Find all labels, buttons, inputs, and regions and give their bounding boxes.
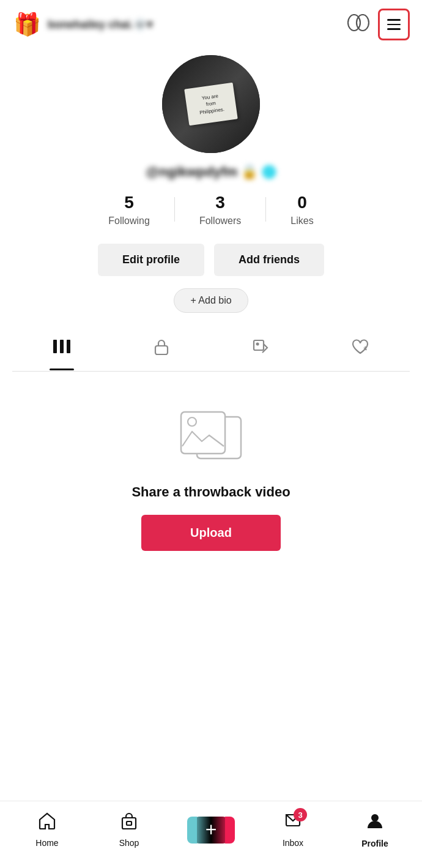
header-left: 🎁 bonehailey chai.💀▾ [12,10,152,39]
inbox-wrapper: 3 [284,812,302,834]
following-stat[interactable]: 5 Following [84,192,174,226]
tabs-row [12,327,410,372]
following-count: 5 [124,192,134,213]
plus-icon: + [205,818,217,841]
coins-icon[interactable] [347,14,369,36]
tab-grid[interactable] [12,329,112,370]
svg-rect-5 [155,346,168,354]
menu-line-3 [387,28,401,30]
svg-rect-11 [122,818,136,829]
following-label: Following [108,215,150,226]
shop-label: Shop [119,838,139,848]
display-name-text: @ngikwpdyfm 🔒 [146,164,258,180]
display-name: @ngikwpdyfm 🔒 ✓ [146,164,276,180]
menu-button[interactable] [378,9,410,40]
header-username-text: bonehailey chai.💀▾ [48,18,152,31]
svg-rect-12 [127,821,131,825]
inbox-badge: 3 [294,808,307,821]
note-paper: You arefromPhilippines. [184,83,238,126]
lock-icon [154,339,169,360]
header: 🎁 bonehailey chai.💀▾ [0,0,422,49]
upload-button[interactable]: Upload [141,515,281,551]
followers-label: Followers [199,215,241,226]
verified-icon: ✓ [262,165,276,179]
tab-liked[interactable] [311,328,410,370]
add-friends-button[interactable]: Add friends [214,244,324,276]
svg-point-7 [257,343,259,345]
home-icon [38,812,56,834]
svg-rect-3 [60,340,64,353]
nav-create[interactable]: + [170,817,252,844]
inbox-label: Inbox [283,838,303,848]
avatar-inner: You arefromPhilippines. [162,55,260,153]
profile-label: Profile [361,839,388,848]
add-bio-button[interactable]: + Add bio [174,288,248,313]
tab-tagged[interactable] [211,328,311,370]
note-text: You arefromPhilippines. [197,92,224,116]
nav-home[interactable]: Home [6,812,88,848]
content-area: Share a throwback video Upload [0,372,422,588]
home-label: Home [35,838,58,848]
bottom-nav: Home Shop + 3 Inbox [0,801,422,868]
tab-private[interactable] [112,327,212,371]
followers-count: 3 [215,192,225,213]
svg-rect-6 [254,340,264,350]
nav-inbox[interactable]: 3 Inbox [252,812,334,848]
edit-profile-button[interactable]: Edit profile [98,244,204,276]
heart-icon [352,339,369,359]
profile-icon [365,811,385,835]
menu-line-1 [387,19,401,21]
action-buttons: Edit profile Add friends [12,244,410,276]
create-button[interactable]: + [192,817,230,844]
avatar[interactable]: You arefromPhilippines. [162,55,260,153]
svg-rect-2 [53,340,57,353]
header-right [347,9,410,40]
nav-shop[interactable]: Shop [88,812,170,848]
likes-count: 0 [297,192,307,213]
svg-rect-4 [67,340,70,353]
shop-icon [120,812,138,834]
svg-point-13 [371,814,379,821]
menu-line-2 [387,24,401,26]
gift-icon: 🎁 [12,10,42,39]
grid-icon [53,340,70,359]
throwback-label: Share a throwback video [131,484,290,500]
tag-icon [253,339,268,359]
stats-row: 5 Following 3 Followers 0 Likes [12,192,410,226]
svg-point-1 [357,15,369,31]
likes-label: Likes [291,215,313,226]
svg-rect-9 [181,412,225,454]
header-username[interactable]: bonehailey chai.💀▾ [48,18,152,31]
profile-section: You arefromPhilippines. @ngikwpdyfm 🔒 ✓ … [0,49,422,372]
nav-profile[interactable]: Profile [334,811,416,848]
likes-stat[interactable]: 0 Likes [266,192,338,226]
followers-stat[interactable]: 3 Followers [175,192,265,226]
media-placeholder-icon [177,408,245,470]
